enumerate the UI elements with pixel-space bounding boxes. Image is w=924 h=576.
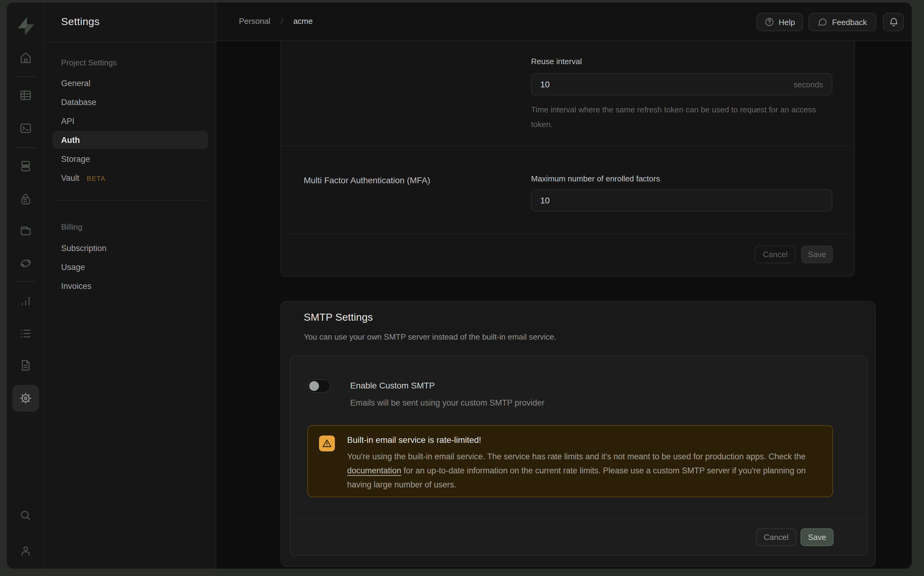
sidebar-item-auth[interactable]: Auth bbox=[61, 136, 80, 145]
warning-body-post: for an up-to-date information on the cur… bbox=[347, 466, 806, 489]
reports-icon[interactable] bbox=[18, 294, 33, 309]
breadcrumb-separator: / bbox=[281, 16, 283, 26]
desktop: Settings Project Settings General Databa… bbox=[0, 0, 924, 576]
sidebar-item-usage[interactable]: Usage bbox=[61, 262, 85, 272]
mfa-section-label: Multi Factor Authentication (MFA) bbox=[304, 175, 430, 185]
main-content: Reuse interval seconds Time interval whe… bbox=[216, 41, 913, 569]
reuse-interval-label: Reuse interval bbox=[531, 57, 582, 66]
supabase-logo-icon[interactable] bbox=[15, 16, 36, 37]
auth-save-button[interactable]: Save bbox=[801, 246, 833, 263]
toggle-knob bbox=[309, 381, 319, 391]
notifications-button[interactable] bbox=[883, 13, 904, 31]
sidebar-item-api[interactable]: API bbox=[61, 117, 75, 126]
mfa-field-label: Maximum number of enrolled factors bbox=[531, 174, 660, 183]
search-icon[interactable] bbox=[18, 508, 33, 523]
breadcrumb: Personal / acme bbox=[239, 16, 312, 26]
database-icon[interactable] bbox=[18, 159, 33, 173]
app-window: Settings Project Settings General Databa… bbox=[6, 2, 913, 569]
auth-settings-card: Reuse interval seconds Time interval whe… bbox=[280, 41, 855, 277]
sidebar-item-subscription[interactable]: Subscription bbox=[61, 244, 107, 253]
home-icon[interactable] bbox=[18, 51, 33, 66]
feedback-button[interactable]: Feedback bbox=[809, 13, 876, 31]
smtp-form-panel: Enable Custom SMTP Emails will be sent u… bbox=[290, 355, 868, 556]
warning-triangle-icon bbox=[319, 435, 335, 451]
warning-title: Built-in email service is rate-limited! bbox=[347, 435, 481, 445]
sidebar-item-vault[interactable]: Vault BETA bbox=[61, 173, 106, 182]
sidebar-header-divider bbox=[44, 42, 216, 42]
reuse-interval-unit: seconds bbox=[794, 80, 823, 89]
warning-body: You're using the built-in email service.… bbox=[347, 450, 825, 492]
help-button-label: Help bbox=[778, 18, 795, 27]
reuse-interval-input[interactable]: seconds bbox=[531, 73, 832, 95]
mfa-value[interactable] bbox=[540, 195, 823, 205]
sql-editor-icon[interactable] bbox=[18, 121, 33, 136]
table-editor-icon[interactable] bbox=[18, 88, 33, 102]
breadcrumb-project[interactable]: acme bbox=[293, 16, 313, 26]
bell-icon bbox=[888, 17, 898, 27]
smtp-cancel-button[interactable]: Cancel bbox=[756, 528, 796, 546]
card-footer-divider bbox=[281, 233, 854, 234]
enable-custom-smtp-label: Enable Custom SMTP bbox=[350, 381, 435, 390]
sidebar-item-database[interactable]: Database bbox=[61, 98, 96, 107]
smtp-save-button[interactable]: Save bbox=[801, 528, 834, 546]
smtp-settings-card: SMTP Settings You can use your own SMTP … bbox=[280, 301, 876, 567]
reuse-interval-value[interactable] bbox=[540, 79, 794, 89]
documentation-link[interactable]: documentation bbox=[347, 466, 401, 475]
enable-custom-smtp-desc: Emails will be sent using your custom SM… bbox=[350, 398, 544, 407]
help-button[interactable]: Help bbox=[757, 13, 803, 31]
smtp-title: SMTP Settings bbox=[304, 312, 373, 324]
enable-custom-smtp-toggle[interactable] bbox=[307, 379, 331, 393]
rail-divider bbox=[14, 76, 37, 77]
mfa-input[interactable] bbox=[531, 189, 832, 211]
reuse-interval-help: Time interval where the same refresh tok… bbox=[531, 102, 840, 132]
logs-icon[interactable] bbox=[18, 326, 33, 341]
chat-bubble-icon bbox=[818, 17, 828, 27]
feedback-button-label: Feedback bbox=[832, 18, 867, 27]
help-circle-icon bbox=[764, 17, 774, 27]
user-icon[interactable] bbox=[18, 544, 33, 558]
storage-icon[interactable] bbox=[18, 224, 33, 238]
auth-cancel-button[interactable]: Cancel bbox=[755, 246, 796, 263]
beta-badge: BETA bbox=[87, 175, 106, 182]
docs-icon[interactable] bbox=[18, 358, 33, 373]
page-title: Settings bbox=[61, 16, 99, 28]
settings-sidebar: Settings Project Settings General Databa… bbox=[44, 2, 216, 569]
billing-section-label: Billing bbox=[61, 222, 82, 232]
rate-limit-warning: Built-in email service is rate-limited! … bbox=[307, 425, 833, 497]
sidebar-item-general[interactable]: General bbox=[61, 79, 90, 88]
rail-divider bbox=[14, 147, 37, 148]
sidebar-item-storage[interactable]: Storage bbox=[61, 155, 90, 164]
icon-rail bbox=[7, 2, 44, 569]
breadcrumb-org[interactable]: Personal bbox=[239, 16, 271, 26]
settings-gear-icon[interactable] bbox=[18, 391, 33, 406]
vault-label: Vault bbox=[61, 173, 79, 182]
smtp-subtitle: You can use your own SMTP server instead… bbox=[304, 332, 556, 341]
card-row-divider bbox=[281, 146, 854, 146]
sidebar-item-invoices[interactable]: Invoices bbox=[61, 282, 91, 291]
project-settings-section-label: Project Settings bbox=[61, 58, 117, 67]
smtp-footer-divider bbox=[290, 518, 867, 518]
auth-lock-icon[interactable] bbox=[18, 192, 33, 206]
rail-divider bbox=[14, 281, 37, 282]
top-header: Personal / acme Help Feedback bbox=[216, 2, 913, 41]
warning-body-pre: You're using the built-in email service.… bbox=[347, 452, 806, 461]
edge-functions-icon[interactable] bbox=[18, 256, 33, 270]
sidebar-section-divider bbox=[53, 200, 208, 201]
